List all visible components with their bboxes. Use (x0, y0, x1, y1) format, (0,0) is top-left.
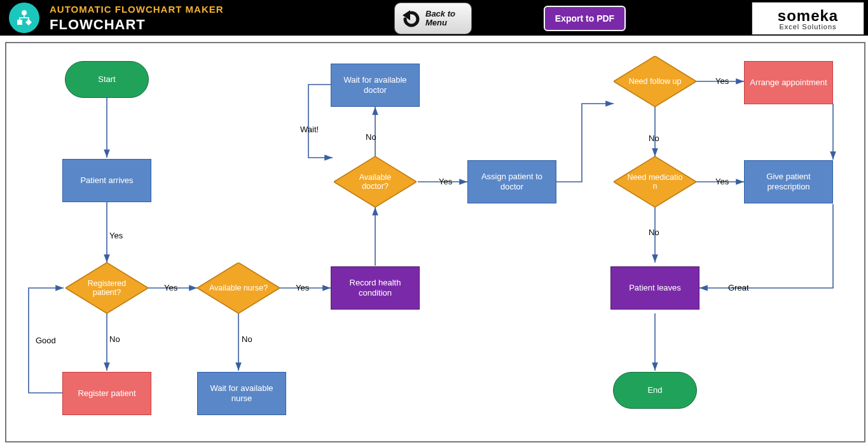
svg-marker-2 (25, 19, 32, 25)
header-title: FLOWCHART (50, 17, 146, 33)
node-wait-nurse[interactable]: Wait for available nurse (197, 372, 286, 415)
app-header: AUTOMATIC FLOWCHART MAKER FLOWCHART Back… (0, 0, 868, 36)
svg-rect-1 (17, 20, 22, 25)
edge-label: No (109, 334, 120, 344)
brand-tagline: Excel Solutions (779, 23, 836, 31)
edge-label: No (242, 334, 252, 344)
node-available-doctor[interactable]: Available doctor? (334, 156, 417, 207)
back-arrow-icon (399, 9, 422, 28)
edge-label: Wait! (300, 125, 319, 134)
edge-label: No (366, 132, 376, 142)
node-available-nurse[interactable]: Available nurse? (197, 263, 280, 313)
app-logo-icon (9, 3, 39, 33)
edge-label: Yes (715, 177, 729, 186)
node-patient-arrives[interactable]: Patient arrives (62, 159, 151, 202)
back-button-label: Back toMenu (425, 10, 455, 28)
node-record-health[interactable]: Record health condition (331, 266, 420, 310)
node-assign-doctor[interactable]: Assign patient to doctor (467, 160, 556, 203)
edge-label: Yes (715, 76, 729, 86)
flowchart-canvas[interactable]: Start Patient arrives Registered patient… (5, 42, 865, 442)
node-patient-leaves[interactable]: Patient leaves (610, 266, 699, 310)
edge-label: Yes (109, 231, 123, 240)
node-register-patient[interactable]: Register patient (62, 372, 151, 415)
edge-label: Yes (439, 177, 452, 186)
node-give-prescription[interactable]: Give patient prescription (744, 160, 833, 203)
edge-label: Great (728, 283, 749, 292)
node-registered-patient[interactable]: Registered patient? (65, 263, 148, 313)
edge-label: Yes (296, 283, 309, 292)
node-start[interactable]: Start (65, 61, 149, 98)
edge-label: Good (36, 336, 56, 345)
edge-label: No (649, 134, 659, 143)
edge-label: Yes (164, 283, 177, 292)
export-pdf-button[interactable]: Export to PDF (544, 6, 626, 31)
edge-label: No (649, 228, 659, 237)
node-need-medication[interactable]: Need medicatio n (614, 156, 696, 207)
svg-point-0 (22, 10, 27, 15)
node-wait-doctor[interactable]: Wait for available doctor (331, 64, 420, 107)
node-arrange-appointment[interactable]: Arrange appointment (744, 61, 833, 104)
brand-name: someka (778, 7, 838, 24)
header-subtitle: AUTOMATIC FLOWCHART MAKER (50, 4, 224, 15)
node-need-followup[interactable]: Need follow up (614, 56, 696, 107)
back-to-menu-button[interactable]: Back toMenu (394, 3, 472, 34)
brand-badge: someka Excel Solutions (752, 2, 864, 35)
node-end[interactable]: End (613, 372, 697, 409)
